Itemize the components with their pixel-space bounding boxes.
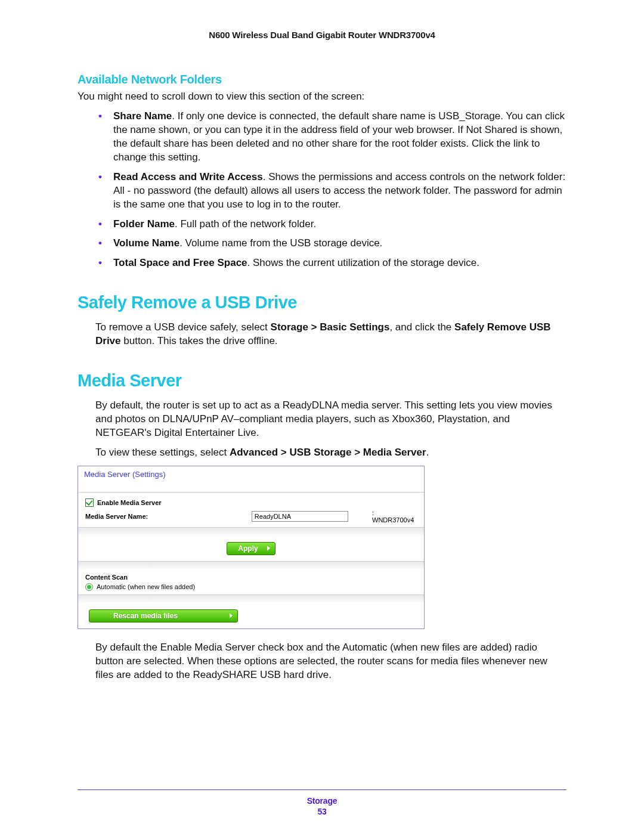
rescan-button-label: Rescan media files (113, 612, 178, 620)
bullet-label: Total Space and Free Space (113, 257, 247, 268)
bullet-share-name: Share Name. If only one device is connec… (95, 110, 566, 165)
section-media-server: Media Server (78, 371, 566, 391)
panel-title: Media Server (Settings) (78, 466, 424, 493)
media-p3: By default the Enable Media Server check… (95, 641, 566, 682)
bullet-total-space: Total Space and Free Space. Shows the cu… (95, 256, 566, 270)
enable-media-checkbox[interactable] (85, 498, 94, 507)
bullet-text: . Shows the current utilization of the s… (247, 257, 479, 268)
enable-media-row: Enable Media Server (85, 498, 417, 507)
automatic-radio[interactable] (85, 583, 93, 591)
arrow-right-icon (267, 546, 270, 551)
automatic-scan-row: Automatic (when new files added) (85, 583, 417, 591)
text-fragment: , and click the (389, 321, 454, 333)
arrow-right-icon (230, 614, 233, 618)
automatic-label: Automatic (when new files added) (97, 583, 195, 590)
panel-divider (78, 561, 424, 570)
bullet-label: Read Access and Write Access (113, 171, 263, 182)
bullet-label: Folder Name (113, 218, 175, 230)
panel-divider (78, 527, 424, 536)
media-name-input[interactable]: ReadyDLNA (252, 511, 348, 522)
content-scan-label: Content Scan (85, 574, 128, 581)
bullet-read-write: Read Access and Write Access. Shows the … (95, 171, 566, 212)
text-fragment: To remove a USB device safely, select (95, 321, 271, 333)
footer-rule (78, 789, 566, 790)
bullet-folder-name: Folder Name. Full path of the network fo… (95, 218, 566, 231)
media-p1: By default, the router is set up to act … (95, 399, 566, 440)
media-p2: To view these settings, select Advanced … (95, 446, 566, 460)
rescan-button[interactable]: Rescan media files (89, 609, 238, 623)
page-number: 53 (78, 807, 566, 816)
text-bold: Storage > Basic Settings (271, 321, 390, 333)
folders-bullet-list: Share Name. If only one device is connec… (78, 110, 566, 270)
bullet-label: Volume Name (113, 237, 179, 249)
media-name-label: Media Server Name: (85, 513, 248, 520)
text-fragment: . (426, 447, 429, 458)
document-header: N600 Wireless Dual Band Gigabit Router W… (78, 30, 566, 40)
bullet-text: . Full path of the network folder. (175, 218, 316, 230)
folders-intro-text: You might need to scroll down to view th… (78, 90, 566, 104)
text-bold: Advanced > USB Storage > Media Server (230, 447, 426, 458)
bullet-text: . If only one device is connected, the d… (113, 110, 565, 163)
footer-section-label: Storage (78, 796, 566, 806)
apply-button[interactable]: Apply (227, 542, 275, 555)
media-server-panel: Media Server (Settings) Enable Media Ser… (78, 466, 425, 629)
enable-media-label: Enable Media Server (97, 499, 162, 506)
apply-button-label: Apply (238, 544, 258, 553)
bullet-volume-name: Volume Name. Volume name from the USB st… (95, 237, 566, 250)
text-fragment: button. This takes the drive offline. (121, 335, 278, 346)
bullet-text: . Volume name from the USB storage devic… (179, 237, 382, 249)
bullet-label: Share Name (113, 110, 172, 122)
section-safely-remove: Safely Remove a USB Drive (78, 293, 566, 312)
media-name-row: Media Server Name: ReadyDLNA : WNDR3700v… (85, 509, 417, 524)
safely-remove-paragraph: To remove a USB device safely, select St… (95, 321, 566, 348)
subsection-available-folders: Available Network Folders (78, 73, 566, 86)
panel-divider (78, 594, 424, 603)
text-fragment: To view these settings, select (95, 447, 230, 458)
media-name-suffix: : WNDR3700v4 (372, 509, 417, 524)
